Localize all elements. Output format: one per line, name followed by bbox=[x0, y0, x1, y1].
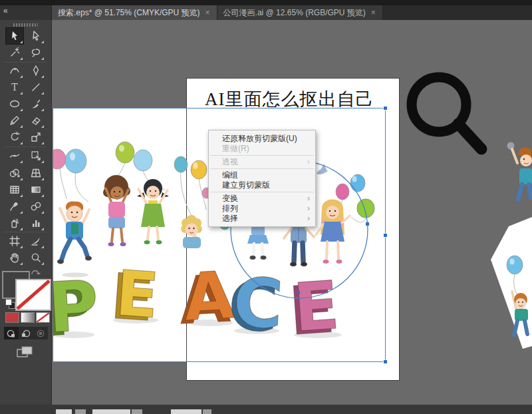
submenu-arrow-icon: › bbox=[307, 214, 310, 224]
selection-anchor-right-mid[interactable] bbox=[383, 233, 388, 238]
menu-separator bbox=[210, 155, 314, 156]
paintbrush-tool[interactable] bbox=[27, 96, 45, 112]
slice-tool[interactable] bbox=[27, 233, 45, 249]
context-menu: 还原释放剪切蒙版(U) 重做(R) 透视› 编组 建立剪切蒙版 变换› 排列› … bbox=[208, 130, 316, 227]
menu-separator bbox=[210, 168, 314, 169]
pen-tool[interactable] bbox=[27, 63, 45, 79]
stroke-swatch-none[interactable] bbox=[15, 279, 51, 311]
scale-tool[interactable] bbox=[27, 129, 45, 145]
lasso-tool[interactable] bbox=[27, 45, 45, 61]
gradient-tool[interactable] bbox=[27, 182, 45, 198]
magnifier-icon bbox=[399, 63, 495, 160]
menu-item-redo[interactable]: 重做(R) bbox=[209, 144, 315, 154]
swap-fill-stroke-icon[interactable] bbox=[31, 268, 41, 276]
kid-girl-blonde-dress[interactable] bbox=[316, 200, 350, 264]
submenu-arrow-icon: › bbox=[307, 194, 310, 204]
direct-selection-tool[interactable] bbox=[27, 28, 45, 44]
eyedropper-tool[interactable] bbox=[6, 198, 23, 214]
status-fragment[interactable] bbox=[132, 409, 142, 414]
submenu-arrow-icon: › bbox=[307, 157, 310, 167]
shape-builder-tool[interactable] bbox=[6, 165, 23, 181]
status-fragment[interactable] bbox=[92, 409, 130, 414]
symbol-sprayer-tool[interactable] bbox=[6, 215, 23, 231]
selection-anchor-top-right[interactable] bbox=[383, 106, 388, 110]
kid-curly-blonde[interactable] bbox=[181, 215, 202, 248]
mesh-tool[interactable] bbox=[6, 182, 23, 198]
drawing-modes-group bbox=[4, 327, 48, 339]
tab-title: 公司漫画.ai @ 12.65% (RGB/GPU 预览) bbox=[223, 7, 366, 19]
cutout-boy[interactable] bbox=[504, 136, 532, 206]
panel-drag-dots[interactable] bbox=[13, 23, 38, 27]
curvature-tool[interactable] bbox=[6, 63, 23, 79]
rotate-tool[interactable] bbox=[6, 129, 23, 145]
status-fragment[interactable] bbox=[56, 409, 72, 414]
width-tool[interactable] bbox=[6, 148, 23, 164]
selection-tool[interactable] bbox=[6, 28, 23, 44]
artboard-tool[interactable] bbox=[6, 233, 23, 249]
selection-anchor-bottom-right[interactable] bbox=[383, 359, 388, 364]
zoom-tool[interactable] bbox=[27, 250, 45, 266]
default-swatches-icon[interactable] bbox=[5, 299, 12, 306]
letter-P[interactable]: P P bbox=[53, 265, 101, 352]
status-fragment[interactable] bbox=[75, 409, 86, 414]
none-button[interactable] bbox=[36, 312, 50, 323]
svg-text:T: T bbox=[11, 82, 18, 93]
svg-text:C: C bbox=[231, 262, 285, 344]
letter-E2[interactable]: E E bbox=[286, 266, 342, 351]
bird[interactable] bbox=[317, 164, 328, 174]
draw-normal-mode-icon[interactable] bbox=[4, 327, 19, 339]
color-button[interactable] bbox=[5, 312, 19, 323]
gradient-button[interactable] bbox=[21, 312, 35, 323]
magic-wand-tool[interactable] bbox=[6, 45, 23, 61]
type-tool[interactable]: T bbox=[6, 79, 23, 95]
menu-separator bbox=[210, 192, 314, 192]
line-segment-tool[interactable] bbox=[27, 79, 45, 95]
hand-tool[interactable] bbox=[6, 250, 23, 266]
kid-girl-green[interactable] bbox=[137, 179, 169, 244]
selection-bottom-edge[interactable] bbox=[53, 361, 386, 362]
menu-item-group[interactable]: 编组 bbox=[209, 170, 315, 180]
submenu-arrow-icon: › bbox=[307, 204, 310, 214]
pencil-tool[interactable] bbox=[6, 112, 23, 128]
status-fragment[interactable] bbox=[203, 409, 211, 414]
close-icon[interactable]: × bbox=[370, 8, 376, 17]
menu-item-arrange[interactable]: 排列› bbox=[209, 204, 315, 214]
document-tab-bar: 搜索.eps* @ 51.75% (CMYK/GPU 预览) × 公司漫画.ai… bbox=[0, 5, 532, 20]
menu-item-undo-release-clipping-mask[interactable]: 还原释放剪切蒙版(U) bbox=[209, 134, 315, 144]
tools-panel: T bbox=[0, 20, 52, 405]
draw-behind-mode-icon[interactable] bbox=[19, 327, 33, 339]
menu-item-make-clipping-mask[interactable]: 建立剪切蒙版 bbox=[209, 180, 315, 190]
window-top-strip bbox=[0, 0, 532, 5]
tab-search-eps[interactable]: 搜索.eps* @ 51.75% (CMYK/GPU 预览) × bbox=[52, 5, 217, 20]
column-graph-tool[interactable] bbox=[27, 215, 45, 231]
hexagon-clipped-artwork[interactable] bbox=[485, 212, 532, 351]
blend-tool[interactable] bbox=[27, 198, 45, 214]
selection-top-edge[interactable] bbox=[53, 108, 386, 108]
collapse-panel-chevron-icon[interactable]: « bbox=[3, 7, 8, 15]
draw-inside-mode-icon[interactable] bbox=[33, 327, 48, 339]
svg-text:E: E bbox=[113, 257, 161, 332]
tab-title: 搜索.eps* @ 51.75% (CMYK/GPU 预览) bbox=[58, 7, 200, 19]
status-bar bbox=[0, 405, 532, 414]
perspective-grid-tool[interactable] bbox=[27, 165, 45, 181]
tab-company-comic-ai[interactable]: 公司漫画.ai @ 12.65% (RGB/GPU 预览) × bbox=[217, 5, 383, 20]
close-icon[interactable]: × bbox=[205, 8, 211, 17]
status-fragment[interactable] bbox=[171, 409, 201, 414]
menu-item-perspective[interactable]: 透视› bbox=[209, 157, 315, 167]
ellipse-tool[interactable] bbox=[6, 96, 23, 112]
svg-text:E: E bbox=[291, 266, 341, 347]
menu-item-transform[interactable]: 变换› bbox=[209, 194, 315, 204]
menu-item-select[interactable]: 选择› bbox=[209, 214, 315, 224]
kid-girl-afro[interactable] bbox=[103, 175, 130, 246]
letter-E1[interactable]: E E bbox=[108, 256, 161, 335]
eraser-tool[interactable] bbox=[27, 112, 45, 128]
letter-C[interactable]: C C bbox=[226, 262, 285, 347]
free-transform-tool[interactable] bbox=[27, 148, 45, 164]
svg-text:P: P bbox=[53, 265, 100, 349]
screen-mode-icon[interactable] bbox=[16, 345, 35, 359]
